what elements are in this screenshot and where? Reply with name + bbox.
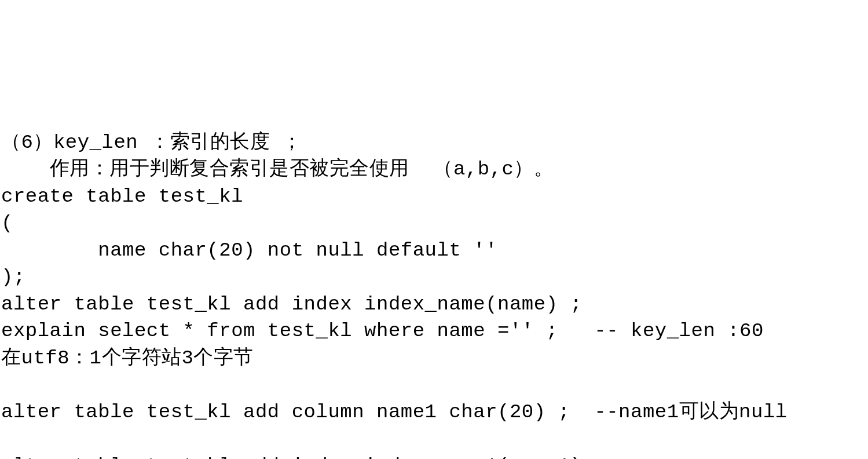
sql-paren-close: ); — [1, 266, 25, 288]
sql-alter-add-column: alter table test_kl add column name1 cha… — [1, 401, 788, 423]
sql-explain-1: explain select * from test_kl where name… — [1, 320, 764, 342]
sql-alter-add-index: alter table test_kl add index index_name… — [1, 293, 582, 315]
sql-column-def: name char(20) not null default '' — [1, 239, 497, 261]
document-body: （6）key_len ：索引的长度 ； 作用：用于判断复合索引是否被完全使用 （… — [1, 103, 868, 459]
text-line-2: 作用：用于判断复合索引是否被完全使用 （a,b,c）。 — [1, 158, 554, 180]
text-line-1: （6）key_len ：索引的长度 ； — [1, 132, 302, 154]
sql-create-table: create table test_kl — [1, 185, 243, 207]
text-utf8-note: 在utf8：1个字符站3个字节 — [1, 347, 254, 369]
sql-alter-add-index-2: alter table test_kl add index index_name… — [1, 455, 606, 459]
sql-paren-open: ( — [1, 212, 13, 234]
